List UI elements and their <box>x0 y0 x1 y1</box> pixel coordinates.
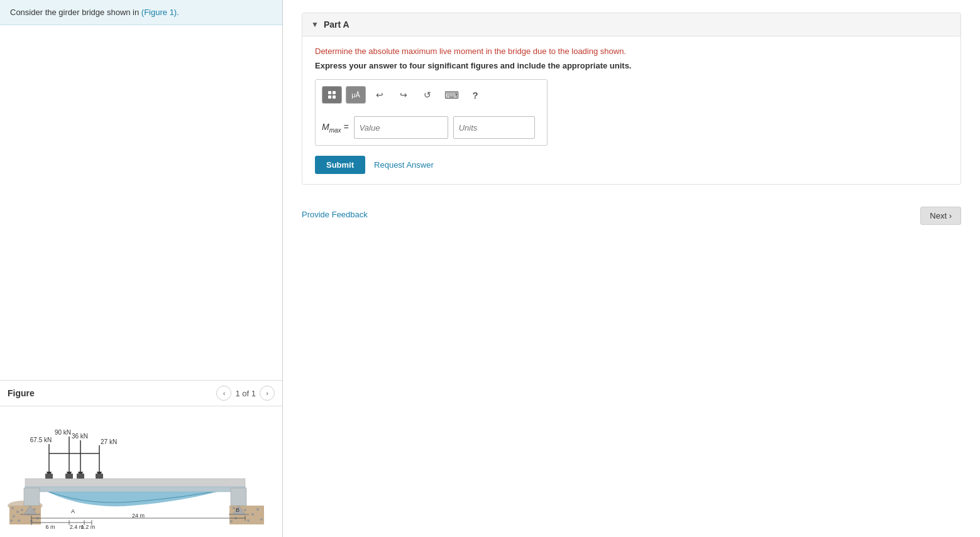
svg-text:27 kN: 27 kN <box>101 438 117 445</box>
svg-point-3 <box>11 507 14 509</box>
part-body: Determine the absolute maximum live mome… <box>302 36 961 184</box>
figure-image: 90 kN 36 kN 67.5 kN 27 kN <box>0 406 282 537</box>
math-label: Mmax = <box>322 122 349 134</box>
svg-text:24 m: 24 m <box>132 513 145 519</box>
figure-nav: ‹ 1 of 1 › <box>216 386 275 401</box>
figure-header: Figure ‹ 1 of 1 › <box>0 380 282 406</box>
undo-button[interactable]: ↩ <box>370 86 390 104</box>
figure-title: Figure <box>8 388 35 398</box>
refresh-button[interactable]: ↺ <box>417 86 438 104</box>
mu-label: μÅ <box>351 91 360 99</box>
svg-rect-25 <box>24 488 40 506</box>
action-row: Submit Request Answer <box>315 156 948 174</box>
svg-point-4 <box>16 511 19 513</box>
instruction-text: Determine the absolute maximum live mome… <box>315 46 948 56</box>
undo-icon: ↩ <box>376 90 383 100</box>
bottom-row: Provide Feedback Next › <box>302 197 961 225</box>
figure-link[interactable]: (Figure 1). <box>141 8 179 17</box>
svg-rect-24 <box>25 487 245 492</box>
left-panel: Consider the girder bridge shown in (Fig… <box>0 0 283 537</box>
svg-rect-46 <box>77 474 84 479</box>
collapse-arrow-icon: ▼ <box>311 20 319 29</box>
svg-rect-26 <box>231 488 246 506</box>
svg-text:6 m: 6 m <box>45 524 55 529</box>
svg-text:B: B <box>236 507 239 513</box>
right-panel: ▼ Part A Determine the absolute maximum … <box>283 0 980 537</box>
matrix-button[interactable] <box>322 86 342 104</box>
svg-point-22 <box>247 519 250 522</box>
mu-button[interactable]: μÅ <box>346 86 366 104</box>
svg-point-11 <box>18 519 20 522</box>
svg-text:67.5 kN: 67.5 kN <box>30 437 52 443</box>
svg-point-17 <box>244 509 246 511</box>
math-subscript: max <box>329 126 341 133</box>
submit-button[interactable]: Submit <box>315 156 365 174</box>
svg-point-18 <box>251 513 254 516</box>
answer-box: μÅ ↩ ↪ ↺ <box>315 79 548 146</box>
figure-page: 1 of 1 <box>235 389 256 398</box>
help-icon: ? <box>472 90 478 100</box>
svg-point-20 <box>260 518 263 521</box>
svg-text:A: A <box>71 508 75 514</box>
svg-point-19 <box>256 508 259 511</box>
part-header[interactable]: ▼ Part A <box>302 13 961 36</box>
svg-rect-45 <box>65 474 73 479</box>
help-button[interactable]: ? <box>465 86 485 104</box>
figure-section: Figure ‹ 1 of 1 › <box>0 380 282 537</box>
svg-point-10 <box>10 519 13 522</box>
matrix-icon <box>328 91 336 99</box>
units-input[interactable] <box>453 116 535 139</box>
keyboard-button[interactable]: ⌨ <box>441 86 461 104</box>
bridge-diagram: 90 kN 36 kN 67.5 kN 27 kN <box>6 413 264 529</box>
redo-icon: ↪ <box>400 90 407 100</box>
part-section: ▼ Part A Determine the absolute maximum … <box>302 13 961 185</box>
refresh-icon: ↺ <box>424 90 431 100</box>
part-title: Part A <box>324 19 350 30</box>
redo-button[interactable]: ↪ <box>394 86 414 104</box>
svg-text:36 kN: 36 kN <box>72 433 88 440</box>
figure-prev-button[interactable]: ‹ <box>216 386 231 401</box>
svg-rect-0 <box>6 413 264 529</box>
instruction-bold: Express your answer to four significant … <box>315 61 948 70</box>
keyboard-icon: ⌨ <box>444 89 459 101</box>
svg-point-8 <box>33 508 36 511</box>
equals-sign: = <box>343 122 348 132</box>
next-button[interactable]: Next › <box>920 207 961 225</box>
svg-point-6 <box>21 509 23 511</box>
toolbar: μÅ ↩ ↪ ↺ <box>322 86 541 109</box>
svg-point-14 <box>233 507 235 509</box>
input-row: Mmax = <box>322 116 541 139</box>
svg-rect-44 <box>45 474 53 479</box>
svg-text:90 kN: 90 kN <box>55 429 71 436</box>
problem-statement: Consider the girder bridge shown in (Fig… <box>0 0 282 25</box>
svg-rect-47 <box>96 474 103 479</box>
svg-point-5 <box>13 515 15 518</box>
value-input[interactable] <box>354 116 448 139</box>
svg-point-21 <box>230 520 233 523</box>
svg-text:1.2 m: 1.2 m <box>81 524 96 529</box>
feedback-link[interactable]: Provide Feedback <box>302 210 368 219</box>
request-answer-link[interactable]: Request Answer <box>374 160 434 170</box>
svg-rect-2 <box>9 506 41 524</box>
figure-next-button[interactable]: › <box>260 386 275 401</box>
